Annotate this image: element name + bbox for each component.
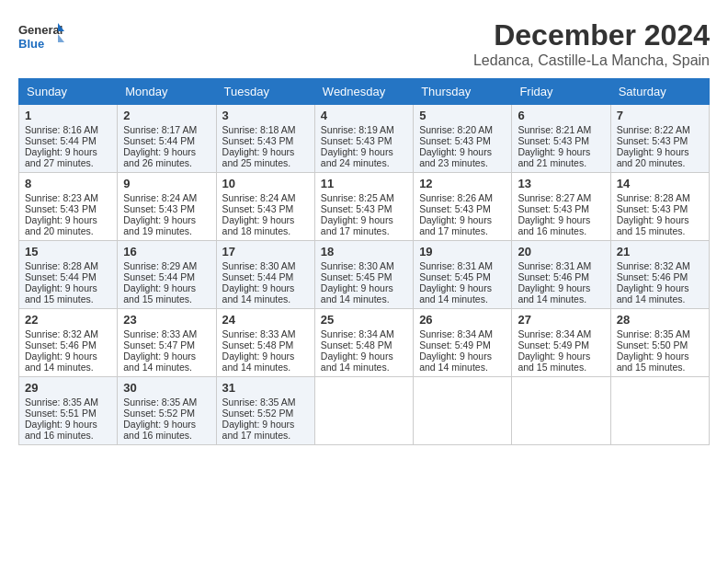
logo: General Blue — [18, 18, 64, 55]
sunset: Sunset: 5:44 PM — [25, 271, 97, 282]
day-number: 5 — [419, 109, 506, 122]
sunset: Sunset: 5:47 PM — [123, 339, 195, 350]
day-number: 1 — [25, 109, 111, 122]
day-number: 8 — [25, 177, 111, 190]
daylight: Daylight: 9 hours and 14 minutes. — [419, 282, 492, 304]
sunset: Sunset: 5:43 PM — [321, 203, 392, 214]
day-number: 3 — [222, 109, 309, 122]
calendar-day-header: Wednesday — [314, 79, 413, 105]
day-number: 19 — [419, 245, 506, 259]
calendar-cell: 9Sunrise: 8:24 AMSunset: 5:43 PMDaylight… — [118, 173, 216, 241]
calendar-week-row: 1Sunrise: 8:16 AMSunset: 5:44 PMDaylight… — [19, 105, 710, 173]
calendar-cell: 11Sunrise: 8:25 AMSunset: 5:43 PMDayligh… — [314, 173, 413, 241]
daylight: Daylight: 9 hours and 15 minutes. — [25, 282, 97, 304]
calendar-cell: 28Sunrise: 8:35 AMSunset: 5:50 PMDayligh… — [610, 309, 709, 377]
sunrise: Sunrise: 8:24 AM — [222, 192, 296, 203]
daylight: Daylight: 9 hours and 15 minutes. — [123, 282, 196, 304]
daylight: Daylight: 9 hours and 24 minutes. — [321, 146, 393, 168]
calendar-cell: 3Sunrise: 8:18 AMSunset: 5:43 PMDaylight… — [216, 105, 314, 173]
sunset: Sunset: 5:48 PM — [321, 339, 392, 350]
daylight: Daylight: 9 hours and 16 minutes. — [25, 419, 97, 441]
calendar-cell: 27Sunrise: 8:34 AMSunset: 5:49 PMDayligh… — [512, 309, 610, 377]
sunrise: Sunrise: 8:31 AM — [518, 260, 591, 271]
calendar-day-header: Monday — [118, 79, 216, 105]
calendar-cell: 23Sunrise: 8:33 AMSunset: 5:47 PMDayligh… — [118, 309, 216, 377]
calendar-cell: 16Sunrise: 8:29 AMSunset: 5:44 PMDayligh… — [118, 241, 216, 309]
calendar-cell: 5Sunrise: 8:20 AMSunset: 5:43 PMDaylight… — [414, 105, 512, 173]
daylight: Daylight: 9 hours and 14 minutes. — [419, 350, 492, 373]
sunset: Sunset: 5:44 PM — [222, 271, 294, 282]
calendar-cell: 26Sunrise: 8:34 AMSunset: 5:49 PMDayligh… — [414, 309, 512, 377]
sunset: Sunset: 5:50 PM — [617, 339, 688, 350]
daylight: Daylight: 9 hours and 15 minutes. — [518, 350, 590, 373]
calendar-cell — [314, 377, 413, 445]
day-number: 7 — [617, 109, 703, 122]
title-area: December 2024 Ledanca, Castille-La Manch… — [473, 18, 710, 69]
calendar-cell: 24Sunrise: 8:33 AMSunset: 5:48 PMDayligh… — [216, 309, 314, 377]
day-number: 2 — [123, 109, 210, 122]
daylight: Daylight: 9 hours and 19 minutes. — [123, 214, 196, 236]
sunset: Sunset: 5:44 PM — [25, 135, 97, 146]
sunrise: Sunrise: 8:32 AM — [25, 328, 98, 339]
calendar-day-header: Thursday — [414, 79, 512, 105]
daylight: Daylight: 9 hours and 25 minutes. — [222, 146, 295, 168]
daylight: Daylight: 9 hours and 14 minutes. — [321, 282, 393, 304]
daylight: Daylight: 9 hours and 17 minutes. — [419, 214, 492, 236]
sunset: Sunset: 5:43 PM — [518, 135, 589, 146]
sunrise: Sunrise: 8:21 AM — [518, 124, 591, 135]
calendar-cell: 6Sunrise: 8:21 AMSunset: 5:43 PMDaylight… — [512, 105, 610, 173]
sunrise: Sunrise: 8:35 AM — [25, 396, 98, 408]
calendar-week-row: 8Sunrise: 8:23 AMSunset: 5:43 PMDaylight… — [19, 173, 710, 241]
svg-text:General: General — [18, 23, 63, 37]
day-number: 31 — [222, 381, 309, 395]
day-number: 15 — [25, 245, 111, 259]
day-number: 29 — [25, 381, 111, 395]
day-number: 14 — [617, 177, 703, 190]
calendar-cell — [512, 377, 610, 445]
day-number: 30 — [123, 381, 210, 395]
sunrise: Sunrise: 8:16 AM — [25, 124, 98, 135]
calendar-cell: 12Sunrise: 8:26 AMSunset: 5:43 PMDayligh… — [414, 173, 512, 241]
sunrise: Sunrise: 8:26 AM — [419, 192, 493, 203]
logo-svg: General Blue — [18, 18, 64, 55]
sunset: Sunset: 5:46 PM — [25, 339, 97, 350]
calendar-cell: 21Sunrise: 8:32 AMSunset: 5:46 PMDayligh… — [610, 241, 709, 309]
daylight: Daylight: 9 hours and 14 minutes. — [321, 350, 393, 373]
sunrise: Sunrise: 8:35 AM — [617, 328, 690, 339]
sunset: Sunset: 5:45 PM — [321, 271, 392, 282]
daylight: Daylight: 9 hours and 26 minutes. — [123, 146, 196, 168]
calendar-cell: 15Sunrise: 8:28 AMSunset: 5:44 PMDayligh… — [19, 241, 118, 309]
sunset: Sunset: 5:52 PM — [123, 408, 195, 419]
daylight: Daylight: 9 hours and 14 minutes. — [123, 350, 196, 373]
sunrise: Sunrise: 8:30 AM — [222, 260, 296, 271]
sunrise: Sunrise: 8:30 AM — [321, 260, 394, 271]
daylight: Daylight: 9 hours and 18 minutes. — [222, 214, 295, 236]
day-number: 4 — [321, 109, 407, 122]
main-title: December 2024 — [473, 18, 710, 52]
sunrise: Sunrise: 8:28 AM — [25, 260, 98, 271]
calendar-cell: 31Sunrise: 8:35 AMSunset: 5:52 PMDayligh… — [216, 377, 314, 445]
daylight: Daylight: 9 hours and 14 minutes. — [222, 350, 295, 373]
sunset: Sunset: 5:48 PM — [222, 339, 294, 350]
calendar-header-row: SundayMondayTuesdayWednesdayThursdayFrid… — [19, 79, 710, 105]
calendar-day-header: Tuesday — [216, 79, 314, 105]
daylight: Daylight: 9 hours and 15 minutes. — [617, 214, 689, 236]
sunrise: Sunrise: 8:18 AM — [222, 124, 296, 135]
daylight: Daylight: 9 hours and 14 minutes. — [518, 282, 590, 304]
daylight: Daylight: 9 hours and 17 minutes. — [321, 214, 393, 236]
day-number: 21 — [617, 245, 703, 259]
sunset: Sunset: 5:43 PM — [617, 135, 688, 146]
sunset: Sunset: 5:46 PM — [617, 271, 688, 282]
sunrise: Sunrise: 8:31 AM — [419, 260, 493, 271]
sunrise: Sunrise: 8:34 AM — [419, 328, 493, 339]
sunrise: Sunrise: 8:34 AM — [321, 328, 394, 339]
sunrise: Sunrise: 8:29 AM — [123, 260, 197, 271]
day-number: 24 — [222, 313, 309, 327]
calendar-cell: 13Sunrise: 8:27 AMSunset: 5:43 PMDayligh… — [512, 173, 610, 241]
daylight: Daylight: 9 hours and 23 minutes. — [419, 146, 492, 168]
daylight: Daylight: 9 hours and 21 minutes. — [518, 146, 590, 168]
sunrise: Sunrise: 8:22 AM — [617, 124, 690, 135]
sunset: Sunset: 5:45 PM — [419, 271, 491, 282]
day-number: 22 — [25, 313, 111, 327]
sunset: Sunset: 5:43 PM — [419, 203, 491, 214]
